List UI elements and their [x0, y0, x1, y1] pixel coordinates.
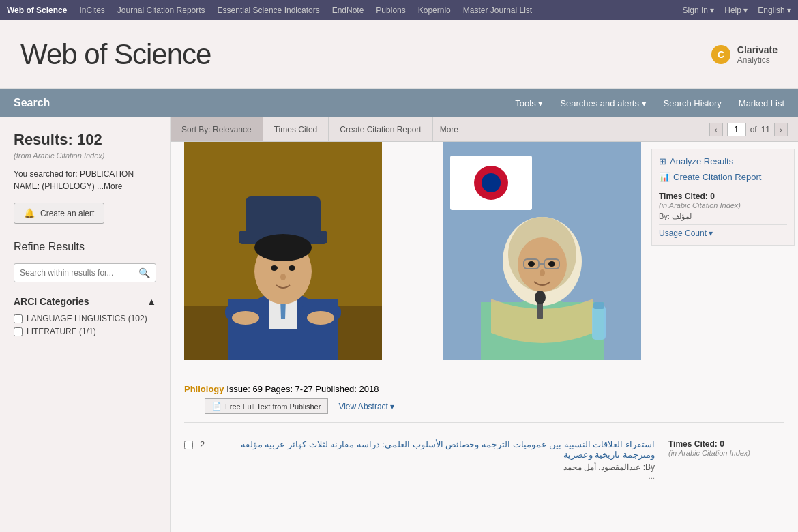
category-literature-checkbox[interactable]	[14, 327, 23, 336]
svg-text:C: C	[718, 49, 724, 60]
nav-endnote[interactable]: EndNote	[332, 5, 364, 15]
pagination-of-label: of	[750, 125, 757, 134]
sidebar: Results: 102 (from Arabic Citation Index…	[0, 117, 171, 532]
result-divider	[184, 422, 784, 423]
search-query: You searched for: PUBLICATION NAME: (PHI…	[14, 168, 156, 192]
result-2-times-cited-source: (in Arabic Citation Index)	[668, 449, 784, 457]
header: Web of Science C Clarivate Analytics	[0, 20, 798, 89]
search-toolbar: Search Tools ▾ Searches and alerts ▾ Sea…	[0, 89, 798, 117]
search-within-box[interactable]: 🔍	[14, 263, 156, 282]
arci-categories-section: ARCI Categories ▲ LANGUAGE LINGUISTICS (…	[14, 296, 156, 336]
nav-essential-science[interactable]: Essential Science Indicators	[218, 5, 320, 15]
sign-in-link[interactable]: Sign In ▾	[683, 5, 715, 15]
result-1-actions: 📄 Free Full Text from Publisher View Abs…	[205, 398, 784, 414]
arci-title: ARCI Categories ▲	[14, 296, 156, 307]
pagination-total: 11	[761, 125, 770, 134]
next-page-button[interactable]: ›	[774, 123, 788, 136]
result-1-journal-info: Philology Issue: 69 Pages: 7-27 Publishe…	[184, 384, 784, 394]
tab-times-cited[interactable]: Times Cited	[263, 117, 329, 141]
search-icon[interactable]: 🔍	[138, 267, 150, 278]
result-1-journal: Philology	[184, 384, 224, 394]
tabs-bar: Sort By: Relevance Times Cited Create Ci…	[171, 117, 798, 142]
nav-publons[interactable]: Publons	[376, 5, 405, 15]
result-2: 2 استقراء العلاقات النسبية بين عموميات ا…	[184, 431, 784, 488]
category-language-linguistics-label: LANGUAGE LINGUISTICS (102)	[27, 314, 147, 323]
nav-journal-citation[interactable]: Journal Citation Reports	[117, 5, 205, 15]
help-link[interactable]: Help ▾	[724, 5, 748, 15]
nav-web-of-science[interactable]: Web of Science	[7, 5, 67, 15]
result-2-number: 2	[200, 439, 213, 449]
site-title: Web of Science	[20, 38, 211, 71]
arci-chevron-icon[interactable]: ▲	[147, 296, 156, 307]
result-2-checkbox[interactable]	[184, 441, 193, 449]
nav-master-journal[interactable]: Master Journal List	[463, 5, 532, 15]
prev-page-button[interactable]: ‹	[709, 123, 723, 136]
bell-icon: 🔔	[24, 208, 35, 218]
refine-results-title: Refine Results	[14, 241, 156, 253]
photo-spacer	[184, 152, 784, 384]
result-2-times-cited: Times Cited: 0	[668, 439, 784, 449]
language-link[interactable]: English ▾	[758, 5, 791, 15]
category-language-linguistics-checkbox[interactable]	[14, 314, 23, 323]
result-2-stats: Times Cited: 0 (in Arabic Citation Index…	[662, 439, 784, 457]
search-label: Search	[14, 97, 50, 109]
tab-sort-relevance[interactable]: Sort By: Relevance	[171, 117, 263, 141]
top-nav-right: Sign In ▾ Help ▾ English ▾	[683, 5, 791, 15]
clarivate-icon: C	[710, 44, 732, 65]
results-panel: Sort By: Relevance Times Cited Create Ci…	[171, 117, 798, 532]
full-text-button[interactable]: 📄 Free Full Text from Publisher	[205, 398, 328, 414]
results-source: (from Arabic Citation Index)	[14, 151, 156, 160]
view-abstract-link[interactable]: View Abstract ▾	[338, 398, 394, 414]
result-1-published: Published: 2018	[315, 384, 379, 394]
nav-kopernio[interactable]: Kopernio	[418, 5, 451, 15]
page-number-input[interactable]	[727, 123, 746, 136]
search-bar-right: Tools ▾ Searches and alerts ▾ Search His…	[515, 98, 784, 108]
document-icon: 📄	[212, 402, 222, 411]
tools-menu[interactable]: Tools ▾	[515, 98, 543, 108]
search-within-input[interactable]	[20, 268, 138, 278]
category-language-linguistics: LANGUAGE LINGUISTICS (102)	[14, 314, 156, 323]
main-content: Results: 102 (from Arabic Citation Index…	[0, 117, 798, 532]
result-2-row: 2 استقراء العلاقات النسبية بين عموميات ا…	[184, 439, 784, 480]
tab-more[interactable]: More	[433, 125, 465, 134]
result-1-pages: Pages: 7-27	[265, 384, 313, 394]
clarivate-logo: C Clarivate Analytics	[710, 44, 778, 65]
tab-citation-report[interactable]: Create Citation Report	[329, 117, 432, 141]
result-2-more: ...	[220, 472, 655, 480]
results-container: Philology Issue: 69 Pages: 7-27 Publishe…	[171, 142, 798, 499]
category-literature: LITERATURE (1/1)	[14, 327, 156, 336]
result-2-author: By: عبدالمقصود، أمل محمد	[220, 462, 655, 472]
create-alert-button[interactable]: 🔔 Create an alert	[14, 203, 104, 224]
results-count: Results: 102	[14, 131, 156, 149]
marked-list-link[interactable]: Marked List	[739, 98, 784, 108]
clarivate-text: Clarivate Analytics	[737, 44, 778, 65]
result-1-issue: Issue: 69	[226, 384, 263, 394]
pagination: ‹ of 11 ›	[709, 123, 798, 136]
nav-incites[interactable]: InCites	[79, 5, 104, 15]
category-literature-label: LITERATURE (1/1)	[27, 327, 96, 336]
result-2-content: استقراء العلاقات النسبية بين عموميات الت…	[220, 439, 655, 480]
result-2-title[interactable]: استقراء العلاقات النسبية بين عموميات الت…	[220, 439, 655, 460]
top-navigation: Web of Science InCites Journal Citation …	[0, 0, 798, 20]
search-history-link[interactable]: Search History	[664, 98, 722, 108]
searches-alerts-menu[interactable]: Searches and alerts ▾	[560, 98, 646, 108]
